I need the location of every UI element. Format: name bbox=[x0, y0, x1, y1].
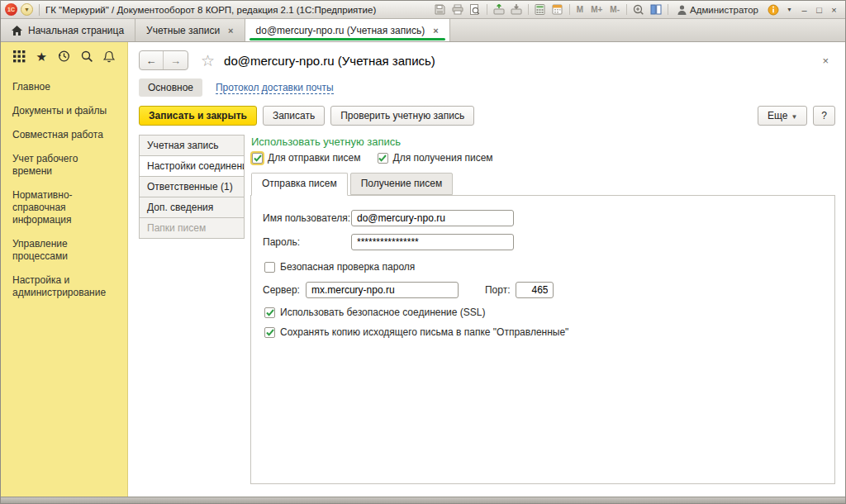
for-sending-checkbox[interactable]: Для отправки писем bbox=[252, 152, 361, 164]
sidebar-toolbar: ★ bbox=[1, 42, 127, 69]
tab-home[interactable]: Начальная страница bbox=[1, 19, 135, 41]
sidebar-item-process-management[interactable]: Управление процессами bbox=[1, 232, 127, 269]
print-preview-icon[interactable] bbox=[467, 2, 483, 17]
main-menu-button[interactable]: ▼ bbox=[21, 3, 33, 16]
close-window-button[interactable]: × bbox=[827, 5, 841, 15]
server-row: Сервер: Порт: bbox=[263, 282, 823, 298]
connection-settings-panel: Использовать учетную запись Для отправки… bbox=[250, 135, 835, 484]
sidebar-item-time-tracking[interactable]: Учет рабочего времени bbox=[1, 147, 127, 183]
check-account-button[interactable]: Проверить учетную запись bbox=[330, 106, 474, 126]
memory-m-plus-button[interactable]: M+ bbox=[587, 5, 606, 14]
forward-button[interactable]: → bbox=[164, 51, 188, 69]
checkbox-checked-icon[interactable] bbox=[378, 153, 388, 164]
close-tab-icon[interactable]: × bbox=[433, 26, 438, 36]
close-tab-icon[interactable]: × bbox=[228, 26, 233, 36]
username-row: Имя пользователя: bbox=[263, 210, 823, 226]
zoom-icon[interactable] bbox=[630, 2, 647, 17]
subnav-main-chip[interactable]: Основное bbox=[139, 78, 202, 97]
memory-m-button[interactable]: M bbox=[573, 5, 587, 14]
close-form-icon[interactable]: × bbox=[815, 55, 835, 67]
sidebar-menu: Главное Документы и файлы Совместная раб… bbox=[1, 69, 127, 311]
back-button[interactable]: ← bbox=[140, 51, 164, 69]
user-icon bbox=[677, 5, 687, 15]
print-icon[interactable] bbox=[449, 2, 466, 17]
subnav-mail-protocol-link[interactable]: Протокол доставки почты bbox=[216, 82, 334, 94]
password-input[interactable] bbox=[351, 234, 514, 250]
home-icon bbox=[12, 26, 22, 36]
sidebar-item-reference-info[interactable]: Нормативно-справочная информация bbox=[1, 183, 127, 232]
save-copy-checkbox[interactable]: Сохранять копию исходящего письма в папк… bbox=[264, 326, 823, 338]
split-window-icon[interactable] bbox=[648, 2, 664, 17]
save-and-close-button[interactable]: Записать и закрыть bbox=[139, 106, 257, 126]
tab-sending-mail[interactable]: Отправка писем bbox=[251, 173, 348, 196]
password-label: Пароль: bbox=[263, 236, 351, 248]
ssl-checkbox[interactable]: Использовать безопасное соединение (SSL) bbox=[264, 307, 823, 318]
tabbar: Начальная страница Учетные записи × do@m… bbox=[1, 19, 845, 42]
checkbox-label: Для отправки писем bbox=[268, 152, 361, 164]
minimize-button[interactable]: – bbox=[797, 5, 811, 15]
favorite-star-icon[interactable]: ☆ bbox=[201, 53, 215, 69]
history-nav: ← → bbox=[139, 50, 188, 70]
sidebar-item-collaboration[interactable]: Совместная работа bbox=[1, 123, 127, 147]
tab-label: do@mercury-npo.ru (Учетная запись) bbox=[256, 25, 425, 36]
divider bbox=[528, 4, 529, 15]
username-label: Имя пользователя: bbox=[263, 212, 351, 224]
window-title: ГК "Меркурий" / Документооборот 8 КОРП, … bbox=[45, 5, 376, 15]
secure-password-checkbox[interactable]: Безопасная проверка пароля bbox=[264, 261, 823, 273]
secure-password-row: Безопасная проверка пароля bbox=[264, 261, 823, 273]
checkbox-checked-icon[interactable] bbox=[252, 153, 263, 164]
checkbox-label: Использовать безопасное соединение (SSL) bbox=[280, 307, 485, 318]
save-copy-row: Сохранять копию исходящего письма в папк… bbox=[264, 326, 823, 338]
save-button[interactable]: Записать bbox=[263, 106, 325, 126]
side-tab-mail-folders: Папки писем bbox=[139, 217, 245, 239]
save-icon[interactable] bbox=[432, 2, 449, 17]
export-file-icon[interactable] bbox=[508, 2, 525, 17]
sidebar-item-documents[interactable]: Документы и файлы bbox=[1, 99, 127, 123]
search-icon[interactable] bbox=[81, 50, 93, 63]
more-button[interactable]: Еще▼ bbox=[758, 106, 807, 126]
memory-m-minus-button[interactable]: M- bbox=[606, 5, 623, 14]
side-tab-connection-settings[interactable]: Настройки соединения bbox=[139, 155, 245, 176]
sidebar-item-settings-admin[interactable]: Настройка и администрирование bbox=[1, 269, 127, 305]
port-label: Порт: bbox=[485, 284, 511, 296]
port-input[interactable] bbox=[516, 282, 554, 298]
notifications-bell-icon[interactable] bbox=[103, 50, 115, 63]
checkbox-label: Для получения писем bbox=[393, 152, 493, 164]
load-file-icon[interactable] bbox=[491, 2, 507, 17]
side-tab-account[interactable]: Учетная запись bbox=[139, 135, 245, 155]
for-receiving-checkbox[interactable]: Для получения писем bbox=[378, 152, 493, 164]
history-icon[interactable] bbox=[57, 50, 70, 63]
titlebar-more-button[interactable]: ▼ bbox=[782, 7, 796, 12]
maximize-button[interactable]: □ bbox=[812, 5, 826, 15]
info-icon[interactable] bbox=[765, 2, 782, 17]
help-button[interactable]: ? bbox=[813, 106, 835, 126]
checkbox-unchecked-icon[interactable] bbox=[264, 262, 275, 273]
side-tab-responsible[interactable]: Ответственные (1) bbox=[139, 176, 245, 197]
side-tab-additional-info[interactable]: Доп. сведения bbox=[139, 197, 245, 217]
checkbox-label: Безопасная проверка пароля bbox=[280, 261, 415, 273]
checkbox-label: Сохранять копию исходящего письма в папк… bbox=[280, 326, 568, 338]
calendar-icon[interactable] bbox=[549, 2, 566, 17]
username-input[interactable] bbox=[351, 210, 514, 226]
ssl-row: Использовать безопасное соединение (SSL) bbox=[264, 307, 823, 318]
divider bbox=[569, 4, 570, 15]
favorites-icon[interactable]: ★ bbox=[36, 50, 46, 63]
tab-label: Начальная страница bbox=[28, 25, 124, 36]
apps-menu-icon[interactable] bbox=[13, 50, 26, 63]
tab-receiving-mail[interactable]: Получение писем bbox=[350, 173, 453, 195]
current-user-button[interactable]: Администратор bbox=[677, 5, 758, 15]
window-bottom-border bbox=[1, 497, 845, 503]
titlebar: 1С ▼ ГК "Меркурий" / Документооборот 8 К… bbox=[1, 1, 845, 19]
tab-account-form[interactable]: do@mercury-npo.ru (Учетная запись) × bbox=[245, 19, 450, 41]
divider bbox=[39, 4, 40, 16]
usage-checkboxes: Для отправки писем Для получения писем bbox=[250, 152, 835, 173]
calculator-icon[interactable] bbox=[532, 2, 549, 17]
checkbox-checked-icon[interactable] bbox=[264, 307, 275, 318]
main-content: ← → ☆ do@mercury-npo.ru (Учетная запись)… bbox=[128, 42, 845, 497]
server-input[interactable] bbox=[306, 282, 459, 298]
1c-logo-icon: 1С bbox=[5, 3, 17, 16]
checkbox-checked-icon[interactable] bbox=[264, 327, 275, 338]
tab-accounts[interactable]: Учетные записи × bbox=[135, 19, 245, 41]
sidebar-item-main[interactable]: Главное bbox=[1, 75, 127, 99]
form-header: ← → ☆ do@mercury-npo.ru (Учетная запись)… bbox=[128, 42, 845, 72]
